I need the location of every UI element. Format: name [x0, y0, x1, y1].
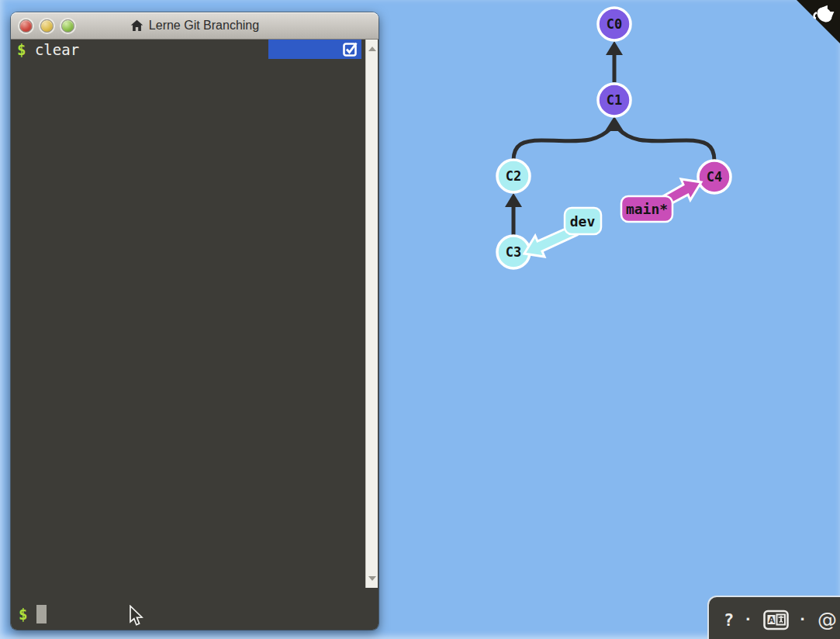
- commit-c3-label: C3: [506, 244, 521, 260]
- svg-text:A: A: [768, 615, 774, 623]
- window-titlebar[interactable]: Lerne Git Branching: [11, 12, 379, 40]
- history-prompt: $: [17, 41, 26, 58]
- edge-c4-c1: [617, 128, 714, 161]
- edge-c2-c1: [513, 128, 611, 161]
- commit-c4-label: C4: [707, 169, 722, 185]
- commit-c2-label: C2: [506, 168, 521, 184]
- arrowhead-to-c1: [605, 116, 624, 131]
- window-title: Lerne Git Branching: [11, 19, 379, 33]
- arrowhead-to-c2: [505, 193, 522, 207]
- help-button[interactable]: ?: [724, 610, 734, 630]
- language-translate-icon[interactable]: A: [763, 610, 789, 630]
- main-branch-label: main*: [621, 196, 672, 222]
- selection-highlight[interactable]: [268, 40, 361, 59]
- commit-c1-label: C1: [607, 92, 622, 108]
- window-title-text: Lerne Git Branching: [149, 19, 259, 33]
- home-icon: [130, 19, 143, 32]
- github-corner-banner[interactable]: [797, 0, 840, 43]
- checkbox-checked-icon[interactable]: [342, 41, 359, 58]
- svg-text:dev: dev: [570, 213, 596, 230]
- scrollbar-up-arrow[interactable]: [368, 47, 376, 51]
- terminal-window: Lerne Git Branching $ clear $: [11, 12, 379, 630]
- terminal-history-line: $ clear: [17, 41, 79, 58]
- terminal-scrollbar[interactable]: [365, 40, 378, 588]
- threads-social-icon[interactable]: @: [818, 609, 837, 631]
- dev-branch-label: dev: [565, 208, 601, 234]
- scrollbar-down-arrow[interactable]: [368, 576, 376, 581]
- terminal-input-row[interactable]: $: [19, 605, 47, 623]
- history-command: clear: [35, 41, 79, 58]
- mouse-pointer-icon: [129, 605, 146, 628]
- commit-c0-label: C0: [607, 16, 622, 32]
- arrowhead-to-c0: [606, 41, 623, 55]
- terminal-content[interactable]: $ clear $: [11, 40, 379, 630]
- graph-edges: [513, 55, 714, 235]
- text-cursor: [36, 605, 47, 623]
- input-prompt: $: [19, 606, 27, 623]
- footer-toolbar: ? · A · @: [707, 596, 840, 639]
- svg-text:main*: main*: [626, 201, 668, 217]
